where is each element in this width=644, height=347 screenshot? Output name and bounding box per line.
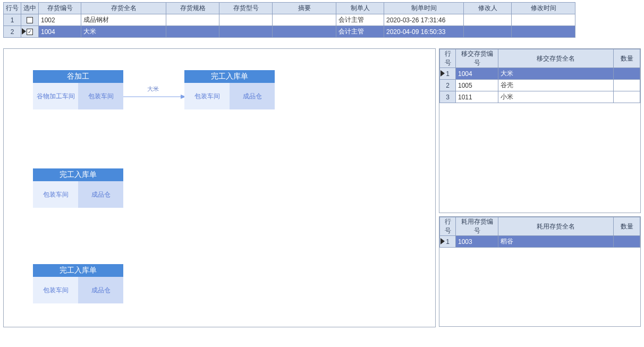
output-inventory-grid[interactable]: 行号 移交存货编号 移交存货全名 数量 11004大米21005谷壳31011小… (439, 48, 641, 213)
flow-card-title: 完工入库单 (184, 70, 275, 83)
cell-maker: 会计主管 (336, 14, 384, 26)
flow-card-process[interactable]: 谷加工 谷物加工车间 包装车间 (33, 70, 123, 109)
col-maker[interactable]: 制单人 (336, 3, 384, 14)
flow-card-to: 成品仓 (230, 83, 275, 109)
flow-card-from: 包装车间 (184, 83, 230, 109)
cell-rownum: 2 (440, 80, 456, 91)
row-checkbox[interactable] (27, 17, 33, 23)
col-useqty[interactable]: 数量 (614, 217, 640, 236)
cell-spec (166, 14, 219, 26)
cell-code: 1003 (456, 236, 498, 248)
cell-modifier (464, 26, 512, 38)
flow-card-in-stock-1[interactable]: 完工入库单 包装车间 成品仓 (184, 70, 275, 109)
cell-modifier (464, 14, 512, 26)
cell-rownum: 1 (440, 68, 456, 80)
col-invname[interactable]: 存货全名 (81, 3, 166, 14)
flow-card-from: 包装车间 (33, 277, 78, 303)
cell-qty (614, 68, 640, 80)
cell-invcode: 1002 (39, 14, 81, 26)
col-outqty[interactable]: 数量 (614, 49, 640, 68)
inventory-master-grid: 行号 选中 存货编号 存货全名 存货规格 存货型号 摘要 制单人 制单时间 修改… (3, 2, 641, 38)
flow-card-to: 成品仓 (78, 181, 123, 208)
col-usename[interactable]: 耗用存货全名 (498, 217, 614, 236)
cell-invname: 大米 (81, 26, 166, 38)
flow-card-to: 成品仓 (78, 277, 123, 303)
cell-name: 稻谷 (498, 236, 614, 248)
cell-modtime (512, 26, 575, 38)
cell-name: 小米 (498, 91, 614, 103)
col-model[interactable]: 存货型号 (219, 3, 273, 14)
flow-card-to: 包装车间 (78, 83, 123, 109)
table-row[interactable]: 11002成品钢材会计主管2020-03-26 17:31:46 (4, 14, 575, 26)
cell-qty (614, 80, 640, 91)
cell-rownum: 1 (440, 236, 456, 248)
table-row[interactable]: 2✓1004大米会计主管2020-04-09 16:50:33 (4, 26, 575, 38)
col-spec[interactable]: 存货规格 (166, 3, 219, 14)
col-outname[interactable]: 移交存货全名 (498, 49, 614, 68)
cell-code: 1011 (456, 91, 498, 103)
cell-maketime: 2020-03-26 17:31:46 (384, 14, 464, 26)
col-memo[interactable]: 摘要 (273, 3, 336, 14)
svg-marker-4 (440, 238, 445, 244)
cell-model (219, 26, 273, 38)
cell-modtime (512, 14, 575, 26)
table-row[interactable]: 11003稻谷 (440, 236, 640, 248)
cell-maker: 会计主管 (336, 26, 384, 38)
col-usecode[interactable]: 耗用存货编号 (456, 217, 498, 236)
cell-qty (614, 91, 640, 103)
flow-card-from: 包装车间 (33, 181, 78, 208)
cell-code: 1005 (456, 80, 498, 91)
cell-memo (273, 14, 336, 26)
flow-arrow-label: 大米 (147, 85, 159, 93)
table-row[interactable]: 31011小米 (440, 91, 640, 103)
cell-rownum: 2 (4, 26, 21, 38)
row-indicator-icon (22, 28, 26, 35)
cell-name: 大米 (498, 68, 614, 80)
consumed-inventory-grid[interactable]: 行号 耗用存货编号 耗用存货全名 数量 11003稻谷 (439, 216, 641, 327)
col-rownum[interactable]: 行号 (4, 3, 21, 14)
cell-spec (166, 26, 219, 38)
flow-card-title: 完工入库单 (33, 264, 123, 277)
svg-marker-0 (22, 28, 26, 35)
flow-card-in-stock-2[interactable]: 完工入库单 包装车间 成品仓 (33, 168, 123, 208)
col-outcode[interactable]: 移交存货编号 (456, 49, 498, 68)
cell-code: 1004 (456, 68, 498, 80)
cell-maketime: 2020-04-09 16:50:33 (384, 26, 464, 38)
process-flow-pane[interactable]: 谷加工 谷物加工车间 包装车间 大米 完工入库单 包装车间 成品仓 完工入库单 (3, 48, 436, 327)
svg-marker-3 (440, 70, 445, 77)
row-indicator-icon (440, 70, 445, 77)
cell-qty (614, 236, 640, 248)
col-maketime[interactable]: 制单时间 (384, 3, 464, 14)
col-modtime[interactable]: 修改时间 (512, 3, 575, 14)
cell-invcode: 1004 (39, 26, 81, 38)
flow-card-in-stock-3[interactable]: 完工入库单 包装车间 成品仓 (33, 264, 123, 303)
flow-card-title: 完工入库单 (33, 168, 123, 181)
inventory-master-table[interactable]: 行号 选中 存货编号 存货全名 存货规格 存货型号 摘要 制单人 制单时间 修改… (3, 2, 575, 38)
cell-select[interactable] (21, 14, 39, 26)
cell-name: 谷壳 (498, 80, 614, 91)
cell-memo (273, 26, 336, 38)
flow-card-title: 谷加工 (33, 70, 123, 83)
table-row[interactable]: 11004大米 (440, 68, 640, 80)
col-rownum[interactable]: 行号 (440, 217, 456, 236)
cell-rownum: 3 (440, 91, 456, 103)
row-checkbox[interactable]: ✓ (27, 29, 33, 35)
col-select[interactable]: 选中 (21, 3, 39, 14)
cell-model (219, 14, 273, 26)
col-modifier[interactable]: 修改人 (464, 3, 512, 14)
col-rownum[interactable]: 行号 (440, 49, 456, 68)
cell-select[interactable]: ✓ (21, 26, 39, 38)
flow-card-from: 谷物加工车间 (33, 83, 78, 109)
cell-rownum: 1 (4, 14, 21, 26)
table-row[interactable]: 21005谷壳 (440, 80, 640, 91)
table-header-row: 行号 选中 存货编号 存货全名 存货规格 存货型号 摘要 制单人 制单时间 修改… (4, 3, 575, 14)
cell-invname: 成品钢材 (81, 14, 166, 26)
col-invcode[interactable]: 存货编号 (39, 3, 81, 14)
row-indicator-icon (440, 238, 445, 244)
